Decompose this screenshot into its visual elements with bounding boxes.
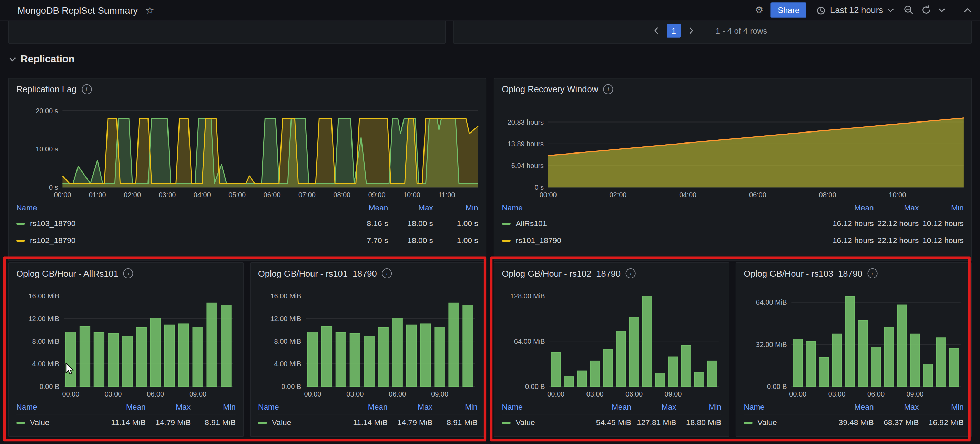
table-pagination: 1 1 - 4 of 4 rows [651,24,767,38]
svg-text:06:00: 06:00 [749,191,766,198]
svg-text:00:00: 00:00 [54,191,71,198]
svg-text:08:00: 08:00 [333,191,350,198]
legend-header-max[interactable]: Max [874,203,919,212]
series-min: 1.00 s [433,219,478,228]
panel-partial-right: 1 1 - 4 of 4 rows [453,21,972,44]
series-name: rs103_18790 [30,219,75,228]
series-min: 1.00 s [433,236,478,245]
svg-text:05:00: 05:00 [229,191,246,198]
series-color-swatch [502,223,510,224]
current-page-button[interactable]: 1 [667,24,681,38]
svg-text:20.00 s: 20.00 s [35,107,58,115]
panel-replication-lag: Replication Lag 20.00 s10.00 s0 s00:0001… [8,78,487,261]
dashboard-settings-gear-icon[interactable] [755,5,763,16]
legend: Name Mean Max Min AllRs101 16.12 hours 2… [502,201,964,249]
chevron-left-icon [654,27,659,35]
svg-text:6.94 hours: 6.94 hours [511,162,544,169]
series-max: 18.00 s [388,236,433,245]
legend: Name Mean Max Min rs103_18790 8.16 s 18.… [16,201,478,249]
zoom-out-button[interactable] [904,5,914,15]
svg-text:03:00: 03:00 [159,191,176,198]
legend-row: rs101_18790 16.12 hours 22.12 hours 10.1… [502,232,964,249]
chevron-up-button[interactable] [964,7,971,13]
svg-text:01:00: 01:00 [89,191,106,198]
section-row-replication[interactable]: Replication [9,54,75,65]
series-name: rs102_18790 [30,236,75,245]
svg-text:04:00: 04:00 [194,191,211,198]
time-range-label: Last 12 hours [830,5,883,15]
series-max: 22.12 hours [874,219,919,228]
legend-header-mean[interactable]: Mean [829,203,874,212]
series-color-swatch [16,239,25,241]
series-name: AllRs101 [515,219,547,228]
dashboard-title: MongoDB ReplSet Summary [18,5,138,16]
svg-text:06:00: 06:00 [264,191,281,198]
legend-header-name[interactable]: Name [502,203,829,212]
legend-row: AllRs101 16.12 hours 22.12 hours 10.12 h… [502,215,964,232]
annotation-box-left [3,257,486,441]
grafana-dashboard: MongoDB ReplSet Summary Share Last 12 ho… [0,0,980,444]
svg-text:13.89 hours: 13.89 hours [508,140,544,147]
mouse-cursor [65,363,75,375]
legend-header-row: Name Mean Max Min [502,201,964,215]
svg-text:11:00: 11:00 [438,191,455,198]
svg-text:10:00: 10:00 [889,191,906,198]
svg-text:08:00: 08:00 [819,191,836,198]
series-min: 10.12 hours [919,219,964,228]
section-collapse-chevron-icon [9,56,16,62]
favorite-star-icon[interactable] [145,4,154,16]
svg-text:07:00: 07:00 [298,191,316,198]
replication-lag-chart[interactable]: 20.00 s10.00 s0 s00:0001:0002:0003:0004:… [14,101,482,200]
svg-text:10:00: 10:00 [403,191,420,198]
svg-text:02:00: 02:00 [124,191,141,198]
series-mean: 8.16 s [343,219,388,228]
legend-header-max[interactable]: Max [388,203,433,212]
svg-text:0 s: 0 s [49,184,58,191]
refresh-button[interactable] [921,5,931,15]
series-min: 10.12 hours [919,236,964,245]
series-max: 18.00 s [388,219,433,228]
series-mean: 7.70 s [343,236,388,245]
info-icon[interactable] [603,84,613,94]
legend-row: rs102_18790 7.70 s 18.00 s 1.00 s [16,232,478,249]
legend-series-toggle[interactable]: rs102_18790 [16,236,343,245]
clock-icon [816,5,826,14]
section-title: Replication [21,54,75,65]
svg-text:00:00: 00:00 [539,191,557,198]
legend-header-min[interactable]: Min [433,203,478,212]
series-mean: 16.12 hours [829,219,874,228]
panel-partial-left [8,21,446,44]
rows-count-label: 1 - 4 of 4 rows [716,26,767,35]
series-max: 22.12 hours [874,236,919,245]
svg-text:02:00: 02:00 [609,191,627,198]
legend-header-min[interactable]: Min [919,203,964,212]
legend-series-toggle[interactable]: AllRs101 [502,219,829,228]
panel-oplog-recovery-window: Oplog Recovery Window 20.83 hours13.89 h… [494,78,972,261]
svg-text:0 s: 0 s [535,184,544,191]
legend-series-toggle[interactable]: rs103_18790 [16,219,343,228]
chevron-right-icon [689,27,694,35]
share-button[interactable]: Share [771,2,806,17]
refresh-interval-dropdown-icon[interactable] [939,8,945,13]
series-name: rs101_18790 [515,236,561,245]
series-mean: 16.12 hours [829,236,874,245]
series-color-swatch [16,223,25,224]
info-icon[interactable] [82,84,92,94]
svg-text:10.00 s: 10.00 s [35,145,58,153]
chevron-down-icon [888,8,894,13]
oplog-recovery-chart[interactable]: 20.83 hours13.89 hours6.94 hours0 s00:00… [499,101,967,200]
dashboard-header: MongoDB ReplSet Summary Share Last 12 ho… [0,0,980,21]
time-range-picker[interactable]: Last 12 hours [814,5,896,15]
svg-text:09:00: 09:00 [368,191,386,198]
series-color-swatch [502,239,510,241]
legend-header-name[interactable]: Name [16,203,343,212]
legend-header-mean[interactable]: Mean [343,203,388,212]
next-page-button[interactable] [686,24,697,38]
svg-text:20.83 hours: 20.83 hours [508,118,544,126]
panel-title: Oplog Recovery Window [502,84,598,94]
prev-page-button[interactable] [651,24,662,38]
legend-row: rs103_18790 8.16 s 18.00 s 1.00 s [16,215,478,232]
panel-title: Replication Lag [16,84,76,94]
legend-series-toggle[interactable]: rs101_18790 [502,236,829,245]
svg-text:04:00: 04:00 [679,191,697,198]
